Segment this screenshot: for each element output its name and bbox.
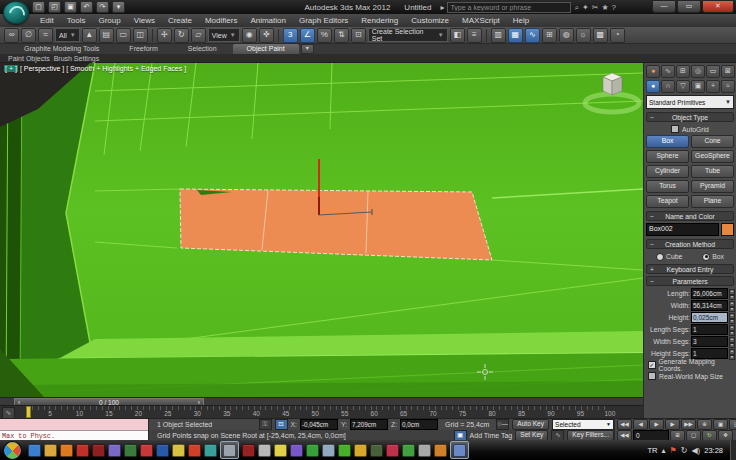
- percent-snap-icon[interactable]: %: [317, 28, 332, 43]
- angle-snap-icon[interactable]: ∠: [300, 28, 315, 43]
- perspective-viewport[interactable]: [ + ] [ Perspective ] [ Smooth + Highlig…: [0, 63, 643, 397]
- maxscript-mini-listener[interactable]: Max to Physc.: [0, 419, 149, 441]
- pyramid-button[interactable]: Pyramid: [691, 180, 734, 193]
- keyboard-entry-rollout-header[interactable]: +Keyboard Entry: [646, 264, 734, 274]
- hierarchy-tab-icon[interactable]: ⊞: [676, 65, 690, 78]
- search-icon[interactable]: ⌕: [574, 3, 578, 13]
- panel-paint-objects[interactable]: Paint Objects: [8, 55, 50, 62]
- taskbar-app-icon[interactable]: [242, 444, 255, 457]
- zoom-extents-icon[interactable]: ▣: [713, 419, 728, 430]
- autogrid-checkbox[interactable]: [671, 125, 679, 133]
- taskbar-app-icon[interactable]: [338, 444, 351, 457]
- time-slider-track[interactable]: ‹ 0 / 100 ›: [0, 397, 643, 405]
- auto-key-button[interactable]: Auto Key: [512, 419, 549, 430]
- current-frame-marker[interactable]: [26, 406, 31, 418]
- search-arrow-icon[interactable]: ▸: [440, 3, 444, 13]
- object-color-swatch[interactable]: [721, 223, 734, 236]
- x-coordinate-field[interactable]: -0,045cm: [300, 419, 338, 430]
- tray-expand-icon[interactable]: ▴: [662, 446, 666, 455]
- taskbar-app-icon[interactable]: [140, 444, 153, 457]
- primitive-category-dropdown[interactable]: Standard Primitives▼: [646, 95, 734, 109]
- menu-item[interactable]: Customize: [405, 15, 455, 27]
- modify-tab-icon[interactable]: ∿: [661, 65, 675, 78]
- mirror-icon[interactable]: ◧: [450, 28, 465, 43]
- panel-brush-settings[interactable]: Brush Settings: [54, 55, 100, 62]
- taskbar-app-icon[interactable]: [188, 444, 201, 457]
- menu-item[interactable]: Create: [162, 15, 198, 27]
- taskbar-app-icon[interactable]: [156, 444, 169, 457]
- selection-lock-icon[interactable]: ⚿: [259, 419, 272, 430]
- minimize-button[interactable]: —: [652, 0, 676, 13]
- menu-item[interactable]: Help: [507, 15, 535, 27]
- close-button[interactable]: ✕: [702, 0, 734, 13]
- language-indicator[interactable]: TR: [648, 446, 658, 455]
- menu-item[interactable]: MAXScript: [456, 15, 506, 27]
- display-settings-icon[interactable]: [453, 444, 466, 457]
- go-to-start-button[interactable]: ◀◀: [617, 419, 632, 430]
- select-by-name-icon[interactable]: ▤: [99, 28, 114, 43]
- render-production-icon[interactable]: ◔: [610, 28, 625, 43]
- action-center-flag-icon[interactable]: ⚑: [670, 446, 677, 455]
- taskbar-app-icon[interactable]: [402, 444, 415, 457]
- menu-item[interactable]: Views: [128, 15, 161, 27]
- rendered-frame-icon[interactable]: ▩: [593, 28, 608, 43]
- cube-radio[interactable]: Cube: [656, 253, 682, 261]
- object-type-rollout-header[interactable]: −Object Type: [646, 112, 734, 122]
- graphite-ribbon-toggle-icon[interactable]: ▦: [508, 28, 523, 43]
- sync-icon[interactable]: ↻: [681, 446, 688, 455]
- taskbar-app-icon[interactable]: [418, 444, 431, 457]
- torus-button[interactable]: Torus: [646, 180, 689, 193]
- display-tab-icon[interactable]: ▭: [706, 65, 720, 78]
- tab-graphite-modeling-tools[interactable]: Graphite Modeling Tools: [10, 44, 113, 54]
- taskbar-app-icon[interactable]: [60, 444, 73, 457]
- menu-item[interactable]: Group: [92, 15, 126, 27]
- next-frame-button[interactable]: ▶: [665, 419, 680, 430]
- box-button[interactable]: Box: [646, 135, 689, 148]
- use-pivot-center-icon[interactable]: ◉: [242, 28, 257, 43]
- taskbar-app-icon[interactable]: [172, 444, 185, 457]
- shapes-category-icon[interactable]: ∩: [661, 80, 675, 93]
- length-field[interactable]: 26,006cm: [691, 288, 728, 299]
- show-desktop-button[interactable]: [730, 440, 736, 460]
- named-selection-sets-dropdown[interactable]: Create Selection Set▼: [368, 28, 448, 42]
- menu-item[interactable]: Tools: [61, 15, 92, 27]
- box-radio[interactable]: Box: [702, 253, 724, 261]
- length-spinner[interactable]: ▲▼: [729, 289, 735, 298]
- taskbar-app-icon[interactable]: [434, 444, 447, 457]
- geometry-category-icon[interactable]: ●: [646, 80, 660, 93]
- layer-manager-icon[interactable]: ▥: [491, 28, 506, 43]
- width-segs-field[interactable]: 3: [691, 336, 728, 347]
- create-tab-icon[interactable]: ●: [646, 65, 660, 78]
- generate-mapping-checkbox[interactable]: ✓: [648, 361, 656, 369]
- real-world-checkbox[interactable]: [648, 372, 656, 380]
- volume-icon[interactable]: ◀): [691, 446, 700, 455]
- taskbar-app-icon[interactable]: [386, 444, 399, 457]
- teapot-button[interactable]: Teapot: [646, 195, 689, 208]
- play-button[interactable]: ▶: [649, 419, 664, 430]
- width-segs-spinner[interactable]: ▲▼: [729, 337, 735, 346]
- window-crossing-icon[interactable]: ◫: [133, 28, 148, 43]
- go-to-end-button[interactable]: ▶▶: [681, 419, 696, 430]
- clock[interactable]: 23:28: [704, 446, 723, 455]
- select-and-move-icon[interactable]: ✢: [157, 28, 172, 43]
- menu-item[interactable]: Edit: [34, 15, 60, 27]
- zoom-icon[interactable]: ⊕: [697, 419, 712, 430]
- add-time-tag-label[interactable]: Add Time Tag: [470, 432, 513, 439]
- object-name-field[interactable]: Box002: [646, 223, 719, 236]
- open-file-icon[interactable]: ◰: [48, 1, 61, 13]
- selection-set-dropdown[interactable]: Selected▼: [552, 419, 614, 430]
- menu-item[interactable]: Animation: [244, 15, 292, 27]
- rectangular-selection-icon[interactable]: ▭: [116, 28, 131, 43]
- menu-item[interactable]: Rendering: [355, 15, 404, 27]
- spacewarps-category-icon[interactable]: ≈: [721, 80, 735, 93]
- select-and-manipulate-icon[interactable]: ✜: [259, 28, 274, 43]
- start-button[interactable]: [0, 437, 26, 460]
- app-menu-button[interactable]: [3, 1, 29, 24]
- cylinder-button[interactable]: Cylinder: [646, 165, 689, 178]
- taskbar-app-icon[interactable]: [258, 444, 271, 457]
- selection-filter-dropdown[interactable]: All▼: [55, 28, 80, 42]
- motion-tab-icon[interactable]: ◎: [691, 65, 705, 78]
- track-bar[interactable]: ∿ 51015202530354045505560657075808590951…: [0, 405, 643, 418]
- select-and-scale-icon[interactable]: ▱: [191, 28, 206, 43]
- taskbar-app-icon[interactable]: [124, 444, 137, 457]
